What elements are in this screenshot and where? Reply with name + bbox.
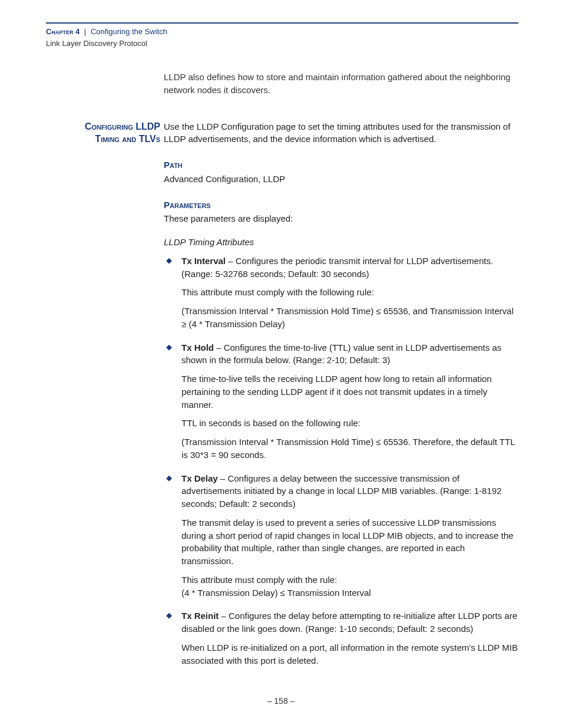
margin-heading: Configuring LLDP Timing and TLVs	[46, 120, 160, 146]
group-title: LLDP Timing Attributes	[164, 236, 518, 249]
header-rule	[46, 22, 518, 24]
param-desc: – Configures the time-to-live (TTL) valu…	[181, 342, 501, 365]
param-subpara: TTL in seconds is based on the following…	[181, 417, 518, 430]
param-desc: – Configures the periodic transmit inter…	[181, 256, 493, 279]
parameters-intro: These parameters are displayed:	[164, 212, 518, 225]
section-name: Link Layer Discovery Protocol	[46, 38, 167, 50]
list-item: Tx Interval – Configures the periodic tr…	[164, 255, 518, 331]
list-item: Tx Hold – Configures the time-to-live (T…	[164, 341, 518, 462]
param-term: Tx Hold	[181, 342, 214, 353]
content-area: LLDP also defines how to store and maint…	[46, 71, 518, 684]
page-number: – 158 –	[267, 696, 295, 706]
param-subpara: (Transmission Interval * Transmission Ho…	[181, 305, 518, 331]
param-subpara: This attribute must comply with the rule…	[181, 574, 518, 599]
intro-paragraph: LLDP also defines how to store and maint…	[164, 71, 518, 97]
list-item: Tx Delay – Configures a delay between th…	[164, 472, 518, 599]
param-term: Tx Delay	[181, 473, 218, 483]
param-subpara: This attribute must comply with the foll…	[181, 286, 518, 299]
margin-column: Configuring LLDP Timing and TLVs	[46, 120, 164, 146]
running-header: Chapter 4 | Configuring the Switch Link …	[46, 26, 167, 49]
parameter-list: Tx Interval – Configures the periodic tr…	[164, 255, 518, 667]
section-row: Configuring LLDP Timing and TLVs Use the…	[46, 120, 518, 678]
page-footer: – 158 –	[0, 696, 562, 706]
param-subpara: The transmit delay is used to prevent a …	[181, 516, 518, 568]
chapter-line: Chapter 4 | Configuring the Switch	[46, 26, 167, 38]
page: Chapter 4 | Configuring the Switch Link …	[0, 0, 562, 728]
param-term: Tx Reinit	[181, 611, 219, 621]
param-desc: – Configures a delay between the success…	[181, 473, 501, 509]
path-heading: Path	[164, 159, 518, 172]
margin-heading-line2: Timing and TLVs	[95, 134, 160, 144]
param-term: Tx Interval	[181, 256, 226, 266]
chapter-label: Chapter 4	[46, 27, 80, 36]
lead-paragraph: Use the LLDP Configuration page to set t…	[164, 120, 518, 146]
parameters-heading: Parameters	[164, 199, 518, 212]
path-text: Advanced Configuration, LLDP	[164, 173, 518, 186]
body-column: Use the LLDP Configuration page to set t…	[164, 120, 518, 678]
margin-heading-line1: Configuring LLDP	[85, 121, 160, 131]
param-subpara: The time-to-live tells the receiving LLD…	[181, 373, 518, 411]
chapter-title: Configuring the Switch	[91, 27, 167, 36]
separator: |	[84, 27, 86, 36]
param-subpara: When LLDP is re-initialized on a port, a…	[181, 641, 518, 667]
param-desc: – Configures the delay before attempting…	[181, 611, 517, 634]
param-subpara: (Transmission Interval * Transmission Ho…	[181, 436, 518, 462]
list-item: Tx Reinit – Configures the delay before …	[164, 610, 518, 667]
